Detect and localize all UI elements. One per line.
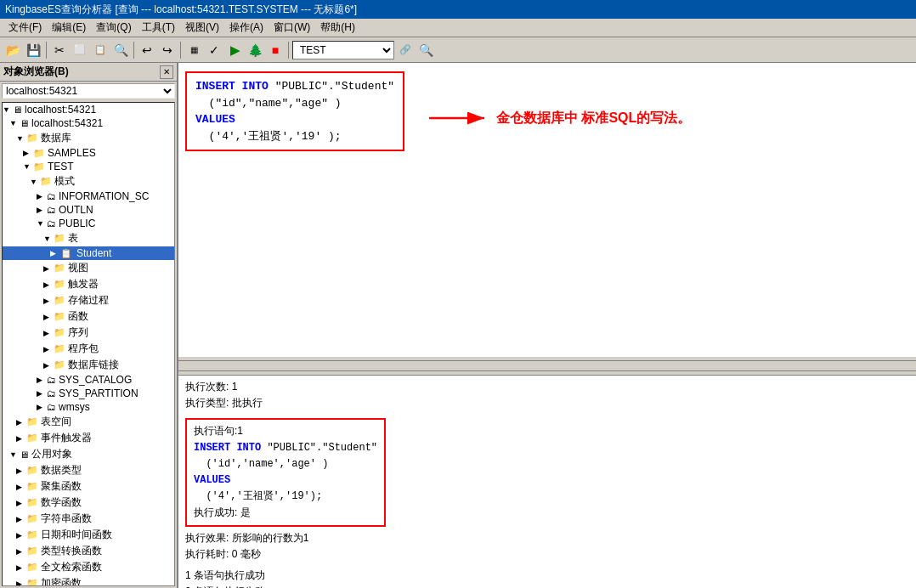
toolbar-tree[interactable]: 🌲: [246, 41, 264, 59]
result-spacer1: [185, 411, 909, 416]
sql-line2: ("id","name","age" ): [195, 95, 394, 112]
result-sql4: ('4','王祖贤','19');: [194, 489, 377, 505]
toolbar-open[interactable]: 📂: [3, 41, 22, 59]
host-select[interactable]: localhost:54321: [2, 83, 175, 99]
tree-item[interactable]: ▶📁全文检索函数: [3, 559, 174, 575]
toolbar-execute[interactable]: ▶: [225, 41, 244, 59]
toolbar-search[interactable]: 🔍: [111, 41, 130, 59]
toolbar-connect[interactable]: 🔗: [396, 41, 415, 59]
toolbar-sep3: [180, 42, 181, 59]
tree-item[interactable]: ▼📁数据库: [3, 130, 174, 146]
toolbar-sep2: [133, 42, 134, 59]
tree-item[interactable]: ▶📁触发器: [3, 276, 174, 292]
tree-item[interactable]: ▼🖥localhost:54321: [3, 103, 174, 116]
tree-item[interactable]: ▶📋Student: [3, 246, 174, 260]
title-text: KingbaseES查询分析器 [查询 --- localhost:54321.…: [5, 3, 357, 17]
result-success: 执行成功: 是: [194, 505, 377, 521]
tree-item[interactable]: ▶📁类型转换函数: [3, 543, 174, 559]
hscroll[interactable]: [178, 360, 916, 370]
tree-item[interactable]: ▶📁数据类型: [3, 462, 174, 478]
toolbar-sep1: [46, 42, 47, 59]
main-layout: 对象浏览器(B) ✕ localhost:54321 ▼🖥localhost:5…: [0, 63, 916, 588]
title-bar: KingbaseES查询分析器 [查询 --- localhost:54321.…: [0, 0, 916, 19]
tree-item[interactable]: ▶🗂OUTLN: [3, 203, 174, 217]
menu-file[interactable]: 文件(F): [3, 19, 47, 37]
sql-line1: INSERT INTO "PUBLIC"."Student": [195, 78, 394, 95]
sql-line3: VALUES: [195, 111, 394, 128]
tree-item[interactable]: ▶📁存储过程: [3, 292, 174, 308]
toolbar-sep4: [288, 42, 289, 59]
db-select[interactable]: TEST: [292, 41, 394, 59]
annotation-arrow: [425, 105, 493, 131]
tree-item[interactable]: ▶📁日期和时间函数: [3, 527, 174, 543]
tree-item[interactable]: ▶🗂INFORMATION_SC: [3, 189, 174, 203]
toolbar-copy[interactable]: ⬜: [71, 41, 89, 59]
panel-close-btn[interactable]: ✕: [160, 65, 173, 79]
result-effect: 执行效果: 所影响的行数为1: [185, 530, 909, 546]
tree-item[interactable]: ▶📁数学函数: [3, 495, 174, 511]
tree-item[interactable]: ▶📁事件触发器: [3, 430, 174, 446]
result-time: 执行耗时: 0 毫秒: [185, 546, 909, 563]
tree-item[interactable]: ▼📁模式: [3, 173, 174, 189]
toolbar-check[interactable]: ✓: [205, 41, 223, 59]
tree-item[interactable]: ▼🖥localhost:54321: [3, 116, 174, 130]
tree-item[interactable]: ▶📁程序包: [3, 341, 174, 357]
sql-line4: ('4','王祖贤','19' );: [195, 128, 394, 145]
toolbar-search2[interactable]: 🔍: [416, 41, 435, 59]
toolbar-stop[interactable]: ■: [266, 41, 285, 59]
tree-item[interactable]: ▼📁TEST: [3, 160, 174, 173]
tree-item[interactable]: ▶🗂SYS_PARTITION: [3, 387, 174, 400]
result-sql2: ('id','name','age' ): [194, 456, 377, 472]
tree-item[interactable]: ▶📁序列: [3, 325, 174, 341]
panel-header: 对象浏览器(B) ✕: [0, 63, 177, 82]
toolbar-save[interactable]: 💾: [24, 41, 42, 59]
annotation-text: 金仓数据库中 标准SQL的写法。: [496, 110, 691, 127]
menu-action[interactable]: 操作(A): [224, 19, 269, 37]
tree-item[interactable]: ▼📁表: [3, 230, 174, 246]
result-summary2: 0 条语句执行失败: [185, 584, 909, 588]
object-tree: ▼🖥localhost:54321▼🖥localhost:54321▼📁数据库▶…: [2, 102, 175, 586]
toolbar-redo[interactable]: ↪: [158, 41, 177, 59]
tree-item[interactable]: ▶📁SAMPLES: [3, 146, 174, 160]
tree-item[interactable]: ▶📁视图: [3, 260, 174, 276]
tree-item[interactable]: ▼🗂PUBLIC: [3, 217, 174, 230]
annotation-container: 金仓数据库中 标准SQL的写法。: [425, 105, 691, 131]
results-area: 执行次数: 1 执行类型: 批执行 执行语句:1 INSERT INTO "PU…: [178, 376, 916, 588]
result-summary1: 1 条语句执行成功: [185, 568, 909, 584]
menu-bar: 文件(F) 编辑(E) 查询(Q) 工具(T) 视图(V) 操作(A) 窗口(W…: [0, 19, 916, 37]
sql-red-box: INSERT INTO "PUBLIC"."Student" ("id","na…: [185, 71, 404, 151]
exec-type: 执行类型: 批执行: [185, 395, 909, 411]
tree-item[interactable]: ▼🖥公用对象: [3, 446, 174, 462]
tree-item[interactable]: ▶📁数据库链接: [3, 357, 174, 373]
menu-window[interactable]: 窗口(W): [269, 19, 315, 37]
menu-view[interactable]: 视图(V): [180, 19, 224, 37]
sql-editor[interactable]: INSERT INTO "PUBLIC"."Student" ("id","na…: [178, 63, 916, 360]
toolbar-paste[interactable]: 📋: [91, 41, 110, 59]
tree-item[interactable]: ▶📁加密函数: [3, 575, 174, 586]
tree-item[interactable]: ▶📁表空间: [3, 414, 174, 430]
tree-item[interactable]: ▶📁聚集函数: [3, 478, 174, 495]
toolbar: 📂 💾 ✂ ⬜ 📋 🔍 ↩ ↪ ▦ ✓ ▶ 🌲 ■ TEST 🔗 🔍: [0, 37, 916, 63]
menu-tools[interactable]: 工具(T): [137, 19, 180, 37]
tree-item[interactable]: ▶🗂SYS_CATALOG: [3, 373, 174, 387]
tree-item[interactable]: ▶📁函数: [3, 308, 174, 325]
toolbar-grid[interactable]: ▦: [184, 41, 203, 59]
tree-item[interactable]: ▶📁字符串函数: [3, 511, 174, 527]
exec-count: 执行次数: 1: [185, 379, 909, 395]
result-stmt-num: 执行语句:1: [194, 423, 377, 439]
result-red-box: 执行语句:1 INSERT INTO "PUBLIC"."Student" ('…: [185, 418, 386, 526]
menu-edit[interactable]: 编辑(E): [47, 19, 91, 37]
tree-item[interactable]: ▶🗂wmsys: [3, 400, 174, 414]
panel-title: 对象浏览器(B): [3, 65, 69, 79]
toolbar-cut[interactable]: ✂: [50, 41, 69, 59]
menu-query[interactable]: 查询(Q): [91, 19, 136, 37]
result-sql3: VALUES: [194, 472, 377, 489]
result-sql1: INSERT INTO "PUBLIC"."Student": [194, 440, 377, 456]
right-panel: INSERT INTO "PUBLIC"."Student" ("id","na…: [178, 63, 916, 588]
toolbar-undo[interactable]: ↩: [138, 41, 156, 59]
left-panel: 对象浏览器(B) ✕ localhost:54321 ▼🖥localhost:5…: [0, 63, 178, 588]
menu-help[interactable]: 帮助(H): [315, 19, 360, 37]
